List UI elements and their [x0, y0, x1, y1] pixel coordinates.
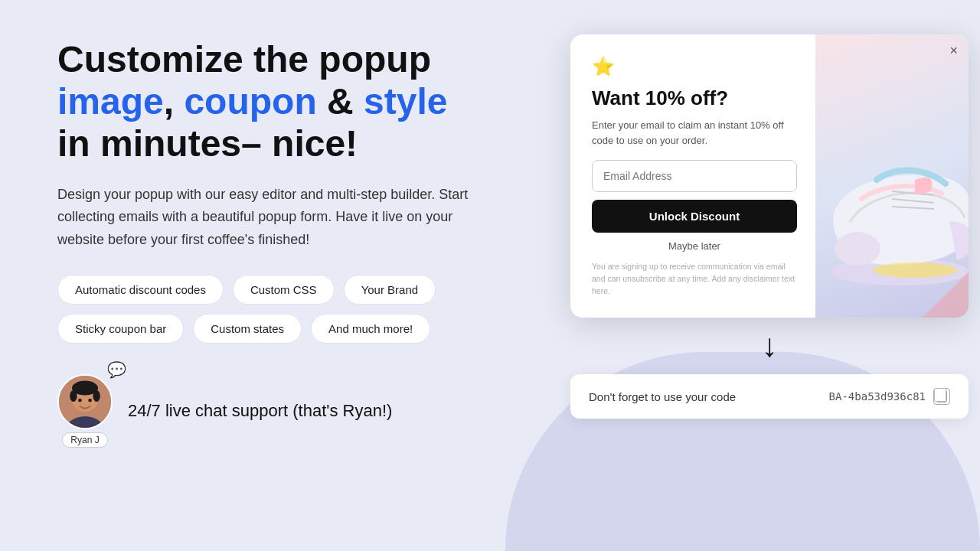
copy-button[interactable]	[933, 388, 950, 405]
email-input[interactable]	[592, 160, 797, 192]
support-text-main: 24/7 live chat support	[128, 401, 288, 420]
support-text: 24/7 live chat support (that's Ryan!)	[128, 401, 392, 421]
svg-point-5	[93, 390, 100, 402]
chat-bubble-icon: 💬	[107, 360, 126, 379]
tag-item-5: And much more!	[311, 314, 430, 344]
popup-skip-link[interactable]: Maybe later	[592, 240, 797, 252]
tags-row: Automatic discount codesCustom CSSYour B…	[57, 275, 540, 344]
tag-item-1: Custom CSS	[233, 275, 335, 305]
popup-description: Enter your email to claim an instant 10%…	[592, 118, 797, 148]
popup-legal-text: You are signing up to receive communicat…	[592, 261, 797, 297]
avatar-label: Ryan J	[62, 432, 107, 448]
headline-text2: in minutes– nice!	[57, 123, 358, 164]
deco-triangle	[923, 272, 969, 318]
headline-blue-coupon: coupon	[184, 81, 316, 122]
svg-point-4	[70, 390, 77, 402]
tag-item-0: Automatic discount codes	[57, 275, 224, 305]
tag-item-2: Your Brand	[344, 275, 436, 305]
support-row: 💬 Ryan J 24/7 live chat support (that's …	[57, 374, 540, 448]
tag-item-3: Sticky coupon bar	[57, 314, 184, 344]
popup-close-button[interactable]: ×	[949, 44, 958, 57]
popup-left: ⭐ Want 10% off? Enter your email to clai…	[570, 34, 815, 318]
subtext: Design your popup with our easy editor a…	[57, 184, 501, 252]
sneaker-illustration	[815, 88, 969, 302]
coupon-label: Don't forget to use your code	[589, 390, 736, 403]
right-panel: × ⭐ Want 10% off? Enter your email to cl…	[570, 31, 969, 419]
arrow-down-icon: ↓	[762, 330, 778, 362]
avatar	[57, 374, 113, 429]
svg-point-7	[88, 398, 92, 402]
popup-title: Want 10% off?	[592, 86, 797, 110]
svg-point-9	[835, 232, 880, 266]
headline-blue-image: image	[57, 81, 164, 122]
coupon-bar: Don't forget to use your code BA-4ba53d9…	[570, 374, 969, 419]
popup-star-icon: ⭐	[592, 56, 797, 77]
coupon-right: BA-4ba53d936c81	[829, 388, 950, 405]
unlock-discount-button[interactable]: Unlock Discount	[592, 200, 797, 233]
headline-text1: Customize the popup	[57, 39, 431, 80]
tag-item-4: Custom states	[193, 314, 302, 344]
svg-point-6	[78, 398, 82, 402]
popup-modal: × ⭐ Want 10% off? Enter your email to cl…	[570, 34, 969, 318]
coupon-code: BA-4ba53d936c81	[829, 390, 926, 403]
page-wrapper: Customize the popup image, coupon & styl…	[0, 0, 980, 551]
avatar-wrap: 💬 Ryan J	[57, 374, 113, 448]
copy-icon	[936, 390, 947, 403]
popup-image-area	[815, 34, 969, 318]
support-text-sub: (that's Ryan!)	[292, 401, 392, 420]
headline-blue-style: style	[364, 81, 447, 122]
left-panel: Customize the popup image, coupon & styl…	[57, 31, 540, 448]
headline: Customize the popup image, coupon & styl…	[57, 38, 540, 165]
